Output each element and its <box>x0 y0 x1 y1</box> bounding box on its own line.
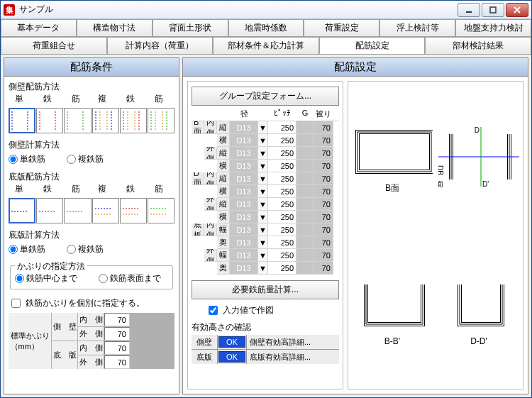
dia-value[interactable]: D13 <box>230 236 258 249</box>
pitch-value[interactable]: 250 <box>268 121 297 134</box>
dia-dropdown[interactable]: ▼ <box>258 211 268 223</box>
tabbar-secondary: 荷重組合せ計算内容（荷重）部材条件＆応力計算配筋設定部材検討結果 <box>1 37 531 55</box>
cover-opt-center[interactable]: 鉄筋中心まで <box>15 272 77 284</box>
inout-label: 外 側 <box>204 147 217 160</box>
pitch-value[interactable]: 250 <box>268 185 297 198</box>
tab1-5[interactable]: 浮上検討等 <box>379 19 455 36</box>
detail-button[interactable]: 底版有効高詳細... <box>247 350 339 364</box>
dia-dropdown[interactable]: ▼ <box>258 147 268 160</box>
sidewall-opt-4[interactable] <box>92 108 119 133</box>
dia-value[interactable]: D13 <box>230 185 258 198</box>
pitch-value[interactable]: 250 <box>268 172 297 185</box>
base-opt-6[interactable] <box>148 198 174 223</box>
ok-badge: OK <box>218 350 246 364</box>
sidewall-opt-3[interactable] <box>64 108 91 133</box>
dia-dropdown[interactable]: ▼ <box>258 236 268 249</box>
sidewall-calc-single[interactable]: 単鉄筋 <box>9 153 45 165</box>
cover-value: 70 <box>314 249 333 262</box>
dia-value[interactable]: D13 <box>230 147 258 160</box>
cover-bs-out[interactable]: 70 <box>104 355 130 369</box>
pitch-value[interactable]: 250 <box>268 249 297 262</box>
pitch-value[interactable]: 250 <box>268 223 297 236</box>
dia-dropdown[interactable]: ▼ <box>258 262 268 275</box>
dia-dropdown[interactable]: ▼ <box>258 172 268 185</box>
minimize-button[interactable] <box>458 3 480 17</box>
cover-sw-in[interactable]: 70 <box>104 313 130 326</box>
inout-label: 外 側 <box>204 198 217 211</box>
cover-individual-check[interactable]: 鉄筋かぶりを個別に指定する。 <box>9 297 174 310</box>
base-opt-2[interactable] <box>36 198 63 223</box>
dia-value[interactable]: D13 <box>230 134 258 147</box>
tab2-0[interactable]: 荷重組合せ <box>1 37 107 54</box>
base-calc-single[interactable]: 単鉄筋 <box>9 243 45 255</box>
pitch-value[interactable]: 250 <box>268 198 297 211</box>
cover-value: 70 <box>314 198 333 211</box>
sidewall-opt-6[interactable] <box>148 108 174 133</box>
cover-value: 70 <box>314 185 333 198</box>
tab2-3[interactable]: 配筋設定 <box>319 37 426 54</box>
sidewall-opt-1[interactable] <box>9 108 35 133</box>
cover-opt-surface[interactable]: 鉄筋表面まで <box>99 272 161 284</box>
base-opt-5[interactable] <box>120 198 147 223</box>
dia-dropdown[interactable]: ▼ <box>258 134 268 147</box>
close-button[interactable] <box>506 3 528 17</box>
dia-dropdown[interactable]: ▼ <box>258 160 268 172</box>
base-calc-double[interactable]: 複鉄筋 <box>67 243 104 255</box>
base-opt-1[interactable] <box>9 198 35 223</box>
pitch-value[interactable]: 250 <box>268 211 297 223</box>
base-opt-3[interactable] <box>64 198 91 223</box>
dia-value[interactable]: D13 <box>230 262 258 275</box>
detail-button[interactable]: 側壁有効高詳細... <box>247 335 339 349</box>
svg-rect-33 <box>358 132 431 172</box>
window-title: サンプル <box>19 4 456 16</box>
dia-value[interactable]: D13 <box>230 121 258 134</box>
pitch-value[interactable]: 250 <box>268 262 297 275</box>
pitch-value[interactable]: 250 <box>268 147 297 160</box>
tab2-1[interactable]: 計算内容（荷重） <box>107 37 214 54</box>
pitch-value[interactable]: 250 <box>268 236 297 249</box>
dia-dropdown[interactable]: ▼ <box>258 185 268 198</box>
required-rebar-button[interactable]: 必要鉄筋量計算... <box>192 280 339 299</box>
panel-conditions-title: 配筋条件 <box>4 58 179 77</box>
tab1-0[interactable]: 基本データ <box>1 19 77 36</box>
panel-conditions: 配筋条件 側壁配筋方法 単 鉄 筋複 鉄 筋 側壁計算方法 単鉄筋 複鉄筋 <box>4 57 179 394</box>
tab1-4[interactable]: 荷重設定 <box>304 19 379 36</box>
cover-value: 70 <box>314 223 333 236</box>
face-label: D 面 <box>192 172 204 185</box>
dia-value[interactable]: D13 <box>230 223 258 236</box>
draw-with-input-check[interactable]: 入力値で作図 <box>206 304 339 317</box>
tab2-4[interactable]: 部材検討結果 <box>425 37 531 54</box>
pitch-value[interactable]: 250 <box>268 160 297 172</box>
dia-value[interactable]: D13 <box>230 198 258 211</box>
base-thumbs <box>9 198 174 223</box>
tab1-2[interactable]: 背面土形状 <box>153 19 228 36</box>
dia-dropdown[interactable]: ▼ <box>258 121 268 134</box>
cover-sw-out[interactable]: 70 <box>104 327 130 341</box>
inout-label: 内 側 <box>204 172 217 185</box>
cover-value: 70 <box>314 236 333 249</box>
base-opt-4[interactable] <box>92 198 119 223</box>
pitch-value[interactable]: 250 <box>268 134 297 147</box>
dia-value[interactable]: D13 <box>230 172 258 185</box>
tab1-1[interactable]: 構造物寸法 <box>77 19 153 36</box>
dia-value[interactable]: D13 <box>230 160 258 172</box>
cover-bs-in[interactable]: 70 <box>104 341 130 355</box>
inout-label: 外 側 <box>204 249 217 262</box>
dia-dropdown[interactable]: ▼ <box>258 249 268 262</box>
tab2-2[interactable]: 部材条件＆応力計算 <box>213 37 319 54</box>
dia-value[interactable]: D13 <box>230 211 258 223</box>
dia-dropdown[interactable]: ▼ <box>258 198 268 211</box>
sidewall-opt-5[interactable] <box>120 108 147 133</box>
dia-value[interactable]: D13 <box>230 249 258 262</box>
tab1-6[interactable]: 地盤支持力検討 <box>455 19 531 36</box>
sidewall-calc-double[interactable]: 複鉄筋 <box>67 153 104 165</box>
dia-dropdown[interactable]: ▼ <box>258 223 268 236</box>
base-calc-label: 底版計算方法 <box>9 229 174 241</box>
ok-badge: OK <box>218 335 246 349</box>
maximize-button[interactable] <box>482 3 504 17</box>
cover-value: 70 <box>314 147 333 160</box>
cover-value: 70 <box>314 160 333 172</box>
tab1-3[interactable]: 地震時係数 <box>228 19 304 36</box>
group-form-button[interactable]: グループ設定フォーム... <box>192 87 339 106</box>
sidewall-opt-2[interactable] <box>36 108 63 133</box>
